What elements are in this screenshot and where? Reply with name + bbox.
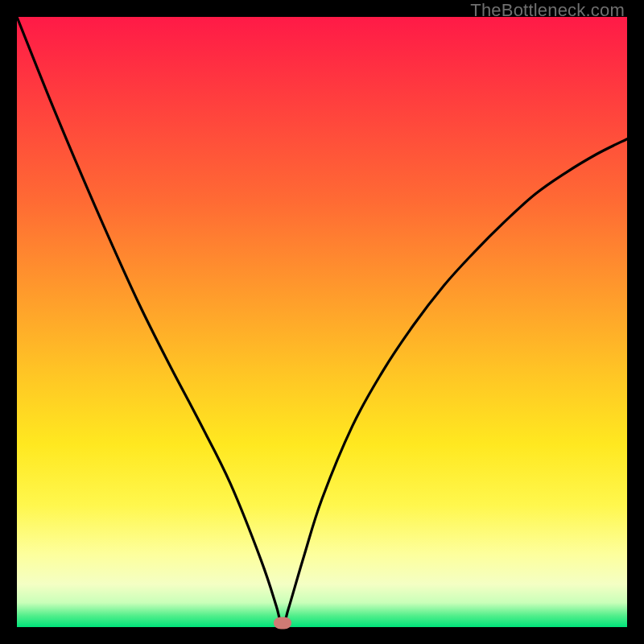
optimal-point-marker: [274, 617, 291, 630]
bottleneck-curve: [17, 17, 627, 627]
plot-area: [17, 17, 627, 627]
chart-frame: TheBottleneck.com: [0, 0, 644, 644]
